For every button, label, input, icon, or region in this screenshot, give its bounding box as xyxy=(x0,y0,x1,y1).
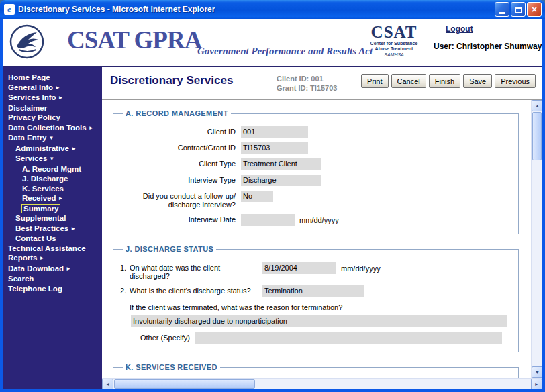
main-content: Discretionary Services Client ID: 001 Gr… xyxy=(102,67,542,389)
title-bar[interactable]: e Discretionary Services - Microsoft Int… xyxy=(0,0,545,19)
sidebar-item-label: Data Collection Tools xyxy=(8,124,87,132)
horizontal-scrollbar[interactable]: ◄ ► xyxy=(102,378,542,389)
sidebar-item-search[interactable]: Search xyxy=(7,274,100,284)
window-title: Discretionary Services - Microsoft Inter… xyxy=(18,5,493,14)
finish-button[interactable]: Finish xyxy=(429,74,460,88)
sidebar-item-label: Privacy Policy xyxy=(8,113,60,121)
client-type-field[interactable]: Treatment Client xyxy=(241,158,321,170)
scroll-right-icon[interactable]: ► xyxy=(531,379,542,389)
submenu-right-icon: ► xyxy=(66,266,71,272)
horizontal-scroll-thumb[interactable] xyxy=(114,379,255,389)
form-row-client-id: Client ID001 xyxy=(120,126,511,138)
sidebar-item-disclaimer[interactable]: Disclaimer xyxy=(7,103,100,113)
contract-grant-id-field[interactable]: TI15703 xyxy=(241,142,308,154)
question-discharge-date: 1. On what date was the client discharge… xyxy=(120,262,511,280)
discharge-date-field[interactable]: 8/19/2004 xyxy=(262,262,336,274)
section-discharge-status: J. DISCHARGE STATUS 1. On what date was … xyxy=(113,245,519,352)
sidebar-item-data-entry[interactable]: Data Entry▼ xyxy=(7,133,100,144)
sidebar: Home PageGeneral Info►Services Info►Disc… xyxy=(3,67,102,389)
close-button[interactable]: × xyxy=(527,2,542,17)
internet-explorer-icon: e xyxy=(4,4,15,15)
csat-logo-sub2: Abuse Treatment xyxy=(363,46,425,52)
maximize-button[interactable] xyxy=(511,2,526,17)
sidebar-item-label: Services Info xyxy=(8,93,56,101)
sidebar-item-label: Data Entry xyxy=(8,134,47,142)
vertical-scroll-track[interactable] xyxy=(532,161,542,366)
field-label: Interview Type xyxy=(120,175,236,185)
csat-logo-samhsa: SAMHSA xyxy=(363,52,425,58)
sidebar-item-j-discharge[interactable]: J. Discharge xyxy=(7,174,100,184)
field-label: Did you conduct a follow-up/ discharge i… xyxy=(120,191,236,209)
interview-type-field[interactable]: Discharge xyxy=(241,175,321,186)
sidebar-item-administrative[interactable]: Administrative► xyxy=(7,144,100,154)
form-row-interview-type: Interview TypeDischarge xyxy=(120,175,511,186)
minimize-icon xyxy=(499,12,505,14)
main-header: Discretionary Services Client ID: 001 Gr… xyxy=(102,67,542,95)
other-specify-field[interactable] xyxy=(195,332,502,344)
interview-date-field[interactable] xyxy=(241,214,295,226)
sidebar-item-a-record-mgmt[interactable]: A. Record Mgmt xyxy=(7,164,100,175)
sidebar-item-home-page[interactable]: Home Page xyxy=(7,72,100,83)
did-you-conduct-a-follow-up-discharge-interview-field[interactable]: No xyxy=(241,191,273,202)
sidebar-item-label: Reports xyxy=(8,254,37,262)
record-ids: Client ID: 001 Grant ID: TI15703 xyxy=(277,74,361,93)
sidebar-item-label: Home Page xyxy=(8,73,50,81)
sidebar-item-data-download[interactable]: Data Download► xyxy=(7,264,100,275)
client-id-field[interactable]: 001 xyxy=(241,126,308,138)
date-format-hint: mm/dd/yyyy xyxy=(299,214,339,224)
section-a-legend: A. RECORD MANAGEMENT xyxy=(123,109,231,117)
sidebar-item-telephone-log[interactable]: Telephone Log xyxy=(7,284,100,294)
hhs-logo-icon xyxy=(9,24,44,59)
question-number: 2. xyxy=(120,285,130,295)
minimize-button[interactable] xyxy=(495,2,509,17)
sidebar-item-privacy-policy[interactable]: Privacy Policy xyxy=(7,113,100,123)
brand-title: CSAT GPRA xyxy=(67,26,201,54)
sidebar-item-label: A. Record Mgmt xyxy=(22,165,81,173)
other-specify-label: Other (Specify) xyxy=(140,332,190,342)
sidebar-item-services-info[interactable]: Services Info► xyxy=(7,93,100,103)
sidebar-item-k-services-received[interactable]: K. Services Received► xyxy=(7,184,100,204)
vertical-scroll-thumb[interactable] xyxy=(532,112,542,160)
sidebar-item-services[interactable]: Services▼ xyxy=(7,154,100,164)
sidebar-item-technical-assistance[interactable]: Technical Assistance xyxy=(7,244,100,254)
page-title: Discretionary Services xyxy=(110,74,277,87)
sidebar-item-summary[interactable]: Summary xyxy=(7,204,100,214)
question-discharge-status: 2. What is the client's discharge status… xyxy=(120,285,511,297)
field-label: Client Type xyxy=(120,158,236,168)
sidebar-item-supplemental[interactable]: Supplemental xyxy=(7,213,100,224)
vertical-scrollbar[interactable]: ▲ ▼ xyxy=(531,100,542,378)
sidebar-nav: Home PageGeneral Info►Services Info►Disc… xyxy=(7,72,100,293)
section-k-legend: K. SERVICES RECEIVED xyxy=(123,363,220,371)
sidebar-item-general-info[interactable]: General Info► xyxy=(7,83,100,93)
sidebar-item-data-collection-tools[interactable]: Data Collection Tools► xyxy=(7,123,100,134)
cancel-button[interactable]: Cancel xyxy=(391,74,426,88)
scroll-down-icon[interactable]: ▼ xyxy=(532,366,542,378)
sidebar-item-label: General Info xyxy=(8,83,53,91)
previous-button[interactable]: Previous xyxy=(495,74,536,88)
date-format-hint: mm/dd/yyyy xyxy=(341,262,381,273)
termination-reason-field[interactable]: Involuntarily discharged due to nonparti… xyxy=(131,315,507,327)
scroll-up-icon[interactable]: ▲ xyxy=(532,100,542,111)
scroll-left-icon[interactable]: ◄ xyxy=(102,379,113,389)
page: CSAT GPRA Government Performance and Res… xyxy=(3,19,542,389)
browser-window: e Discretionary Services - Microsoft Int… xyxy=(0,0,545,392)
discharge-status-field[interactable]: Termination xyxy=(262,285,364,297)
question-text: What is the client's discharge status? xyxy=(130,285,262,295)
print-button[interactable]: Print xyxy=(361,74,389,88)
submenu-right-icon: ► xyxy=(58,195,64,201)
horizontal-scroll-track[interactable] xyxy=(256,379,531,389)
grant-id-label: Grant ID: TI15703 xyxy=(277,83,361,93)
logout-link[interactable]: Logout xyxy=(446,24,473,34)
sidebar-item-best-practices[interactable]: Best Practices► xyxy=(7,224,100,234)
sidebar-item-label: Telephone Log xyxy=(8,285,62,293)
sidebar-item-contact-us[interactable]: Contact Us xyxy=(7,234,100,244)
sidebar-item-reports[interactable]: Reports► xyxy=(7,253,100,264)
sidebar-item-label: Disclaimer xyxy=(8,104,47,112)
save-button[interactable]: Save xyxy=(463,74,492,88)
close-icon: × xyxy=(532,5,537,14)
field-label: Interview Date xyxy=(120,214,236,224)
submenu-right-icon: ► xyxy=(71,146,77,152)
body: Home PageGeneral Info►Services Info►Disc… xyxy=(3,67,542,389)
field-label: Contract/Grant ID xyxy=(120,142,236,152)
submenu-right-icon: ► xyxy=(89,125,94,131)
